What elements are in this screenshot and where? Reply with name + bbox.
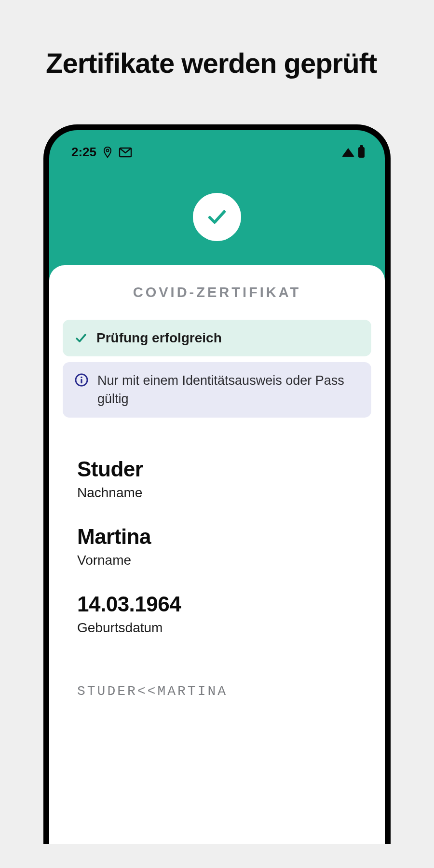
- location-icon: [103, 147, 112, 158]
- status-bar-left: 2:25: [71, 145, 132, 160]
- check-icon: [74, 329, 88, 345]
- info-icon: [74, 372, 89, 387]
- status-time: 2:25: [71, 145, 96, 160]
- firstname-group: Martina Vorname: [77, 525, 357, 568]
- mail-icon: [119, 147, 132, 158]
- svg-rect-4: [81, 379, 82, 383]
- birthdate-value: 14.03.1964: [77, 592, 357, 616]
- success-text: Prüfung erfolgreich: [96, 329, 222, 347]
- verification-success-banner: Prüfung erfolgreich: [63, 320, 371, 356]
- lastname-group: Studer Nachname: [77, 457, 357, 501]
- info-text: Nur mit einem Identitätsausweis oder Pas…: [97, 372, 360, 408]
- page-title: Zertifikate werden geprüft: [0, 0, 434, 81]
- battery-icon: [358, 147, 365, 158]
- status-bar-right: [342, 147, 365, 158]
- phone-screen: 2:25: [49, 130, 385, 844]
- certificate-card: COVID-ZERTIFIKAT Prüfung erfolgreich: [49, 265, 385, 844]
- mrz-line: STUDER<<MARTINA: [63, 660, 371, 699]
- check-circle-icon: [193, 193, 241, 241]
- svg-point-0: [107, 149, 109, 151]
- firstname-label: Vorname: [77, 553, 357, 568]
- lastname-value: Studer: [77, 457, 357, 481]
- certificate-heading: COVID-ZERTIFIKAT: [63, 285, 371, 300]
- person-details: Studer Nachname Martina Vorname 14.03.19…: [63, 423, 371, 636]
- firstname-value: Martina: [77, 525, 357, 549]
- birthdate-label: Geburtsdatum: [77, 620, 357, 636]
- verification-header: [49, 164, 385, 265]
- status-bar: 2:25: [49, 130, 385, 164]
- birthdate-group: 14.03.1964 Geburtsdatum: [77, 592, 357, 636]
- svg-point-3: [81, 377, 82, 379]
- phone-frame: 2:25: [43, 124, 391, 844]
- phone-mock: 2:25: [43, 124, 391, 844]
- lastname-label: Nachname: [77, 485, 357, 501]
- wifi-icon: [342, 148, 354, 157]
- id-required-notice: Nur mit einem Identitätsausweis oder Pas…: [63, 362, 371, 418]
